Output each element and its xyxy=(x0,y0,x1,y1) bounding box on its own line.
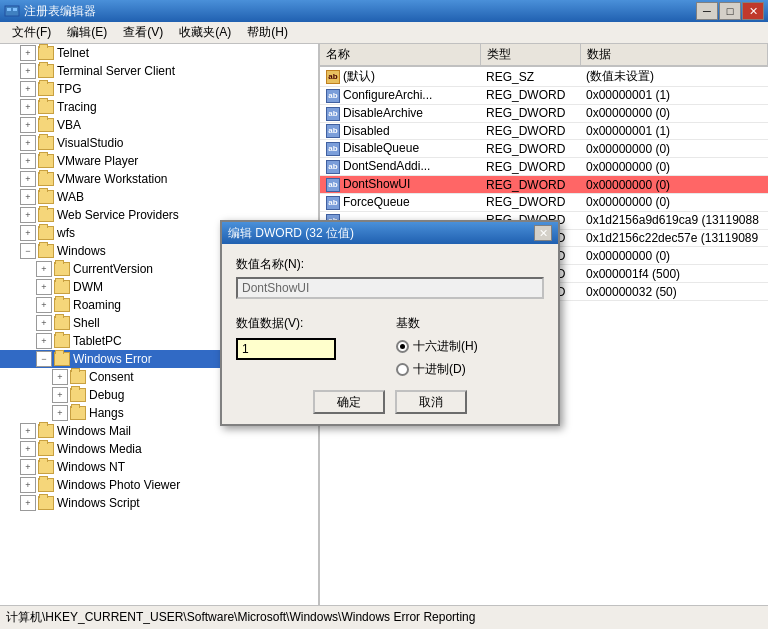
dword-icon: ab xyxy=(326,178,340,192)
expand-icon-tracing[interactable] xyxy=(20,99,36,115)
dec-radio-label: 十进制(D) xyxy=(413,361,466,378)
expand-icon-tabletpc[interactable] xyxy=(36,333,52,349)
folder-icon-terminal-server xyxy=(38,64,54,78)
cell-data: 0x00000001 (1) xyxy=(580,122,768,140)
menu-help[interactable]: 帮助(H) xyxy=(239,22,296,43)
expand-icon-vmware-player[interactable] xyxy=(20,153,36,169)
table-row[interactable]: abDisableQueue REG_DWORD 0x00000000 (0) xyxy=(320,140,768,158)
name-input[interactable] xyxy=(236,277,544,299)
expand-icon-visualstudio[interactable] xyxy=(20,135,36,151)
expand-icon-windows-script[interactable] xyxy=(20,495,36,511)
expand-icon-consent[interactable] xyxy=(52,369,68,385)
dec-radio-item[interactable]: 十进制(D) xyxy=(396,361,544,378)
tree-item-wab[interactable]: WAB xyxy=(0,188,318,206)
tree-item-terminal-server[interactable]: Terminal Server Client xyxy=(0,62,318,80)
tree-label-roaming: Roaming xyxy=(73,298,121,312)
cell-type: REG_DWORD xyxy=(480,193,580,211)
tree-item-vmware-workstation[interactable]: VMware Workstation xyxy=(0,170,318,188)
data-input[interactable] xyxy=(236,338,336,360)
expand-icon-telnet[interactable] xyxy=(20,45,36,61)
folder-icon-debug xyxy=(70,388,86,402)
expand-icon-dwm[interactable] xyxy=(36,279,52,295)
expand-icon-vmware-workstation[interactable] xyxy=(20,171,36,187)
table-row[interactable]: ab(默认) REG_SZ (数值未设置) xyxy=(320,66,768,87)
tree-item-windows-nt[interactable]: Windows NT xyxy=(0,458,318,476)
expand-icon-currentversion[interactable] xyxy=(36,261,52,277)
tree-label-terminal-server: Terminal Server Client xyxy=(57,64,175,78)
folder-icon-windows xyxy=(38,244,54,258)
col-data[interactable]: 数据 xyxy=(580,44,768,66)
cell-name: abDontShowUI xyxy=(320,176,480,194)
menu-favorites[interactable]: 收藏夹(A) xyxy=(171,22,239,43)
ab-icon: ab xyxy=(326,70,340,84)
tree-label-windows-nt: Windows NT xyxy=(57,460,125,474)
expand-icon-vba[interactable] xyxy=(20,117,36,133)
expand-icon-windows-nt[interactable] xyxy=(20,459,36,475)
table-row[interactable]: abDontSendAddi... REG_DWORD 0x00000000 (… xyxy=(320,158,768,176)
table-row[interactable]: abDontShowUI REG_DWORD 0x00000000 (0) xyxy=(320,176,768,194)
menu-file[interactable]: 文件(F) xyxy=(4,22,59,43)
folder-icon-roaming xyxy=(54,298,70,312)
expand-icon-windows-mail[interactable] xyxy=(20,423,36,439)
tree-item-visualstudio[interactable]: VisualStudio xyxy=(0,134,318,152)
cell-name: ab(默认) xyxy=(320,66,480,87)
close-button[interactable]: ✕ xyxy=(742,2,764,20)
tree-item-vmware-player[interactable]: VMware Player xyxy=(0,152,318,170)
table-row[interactable]: abDisabled REG_DWORD 0x00000001 (1) xyxy=(320,122,768,140)
tree-label-windows-media: Windows Media xyxy=(57,442,142,456)
tree-label-dwm: DWM xyxy=(73,280,103,294)
maximize-button[interactable]: □ xyxy=(719,2,741,20)
expand-icon-windows[interactable] xyxy=(20,243,36,259)
cell-type: REG_DWORD xyxy=(480,87,580,105)
tree-label-wfs: wfs xyxy=(57,226,75,240)
folder-icon-windows-media xyxy=(38,442,54,456)
tree-item-windows-script[interactable]: Windows Script xyxy=(0,494,318,512)
menu-view[interactable]: 查看(V) xyxy=(115,22,171,43)
cancel-button[interactable]: 取消 xyxy=(395,390,467,414)
base-label: 基数 xyxy=(396,315,544,332)
tree-item-windows-media[interactable]: Windows Media xyxy=(0,440,318,458)
svg-rect-1 xyxy=(7,8,11,11)
tree-item-tpg[interactable]: TPG xyxy=(0,80,318,98)
tree-label-vba: VBA xyxy=(57,118,81,132)
hex-radio-item[interactable]: 十六进制(H) xyxy=(396,338,544,355)
dialog-buttons: 确定 取消 xyxy=(236,390,544,414)
cell-data: 0x1d2156a9d619ca9 (13119088 xyxy=(580,211,768,229)
expand-icon-debug[interactable] xyxy=(52,387,68,403)
menu-edit[interactable]: 编辑(E) xyxy=(59,22,115,43)
tree-label-windows-error: Windows Error xyxy=(73,352,152,366)
dialog-title-text: 编辑 DWORD (32 位值) xyxy=(228,225,534,242)
tree-label-wab: WAB xyxy=(57,190,84,204)
title-bar: 注册表编辑器 ─ □ ✕ xyxy=(0,0,768,22)
expand-icon-wab[interactable] xyxy=(20,189,36,205)
table-row[interactable]: abForceQueue REG_DWORD 0x00000000 (0) xyxy=(320,193,768,211)
expand-icon-roaming[interactable] xyxy=(36,297,52,313)
expand-icon-terminal-server[interactable] xyxy=(20,63,36,79)
col-type[interactable]: 类型 xyxy=(480,44,580,66)
edit-dword-dialog[interactable]: 编辑 DWORD (32 位值) ✕ 数值名称(N): 数值数据(V): 基数 … xyxy=(220,220,560,426)
cell-name: abDisabled xyxy=(320,122,480,140)
expand-icon-web-service-providers[interactable] xyxy=(20,207,36,223)
tree-label-windows-mail: Windows Mail xyxy=(57,424,131,438)
tree-label-web-service-providers: Web Service Providers xyxy=(57,208,179,222)
confirm-button[interactable]: 确定 xyxy=(313,390,385,414)
folder-icon-vmware-workstation xyxy=(38,172,54,186)
tree-item-telnet[interactable]: Telnet xyxy=(0,44,318,62)
expand-icon-windows-media[interactable] xyxy=(20,441,36,457)
tree-item-vba[interactable]: VBA xyxy=(0,116,318,134)
expand-icon-windows-photo-viewer[interactable] xyxy=(20,477,36,493)
col-name[interactable]: 名称 xyxy=(320,44,480,66)
tree-item-tracing[interactable]: Tracing xyxy=(0,98,318,116)
dialog-close-button[interactable]: ✕ xyxy=(534,225,552,241)
cell-type: REG_DWORD xyxy=(480,122,580,140)
expand-icon-windows-error[interactable] xyxy=(36,351,52,367)
expand-icon-wfs[interactable] xyxy=(20,225,36,241)
tree-item-windows-photo-viewer[interactable]: Windows Photo Viewer xyxy=(0,476,318,494)
tree-label-tracing: Tracing xyxy=(57,100,97,114)
expand-icon-tpg[interactable] xyxy=(20,81,36,97)
expand-icon-shell[interactable] xyxy=(36,315,52,331)
table-row[interactable]: abConfigureArchi... REG_DWORD 0x00000001… xyxy=(320,87,768,105)
minimize-button[interactable]: ─ xyxy=(696,2,718,20)
expand-icon-hangs[interactable] xyxy=(52,405,68,421)
table-row[interactable]: abDisableArchive REG_DWORD 0x00000000 (0… xyxy=(320,104,768,122)
